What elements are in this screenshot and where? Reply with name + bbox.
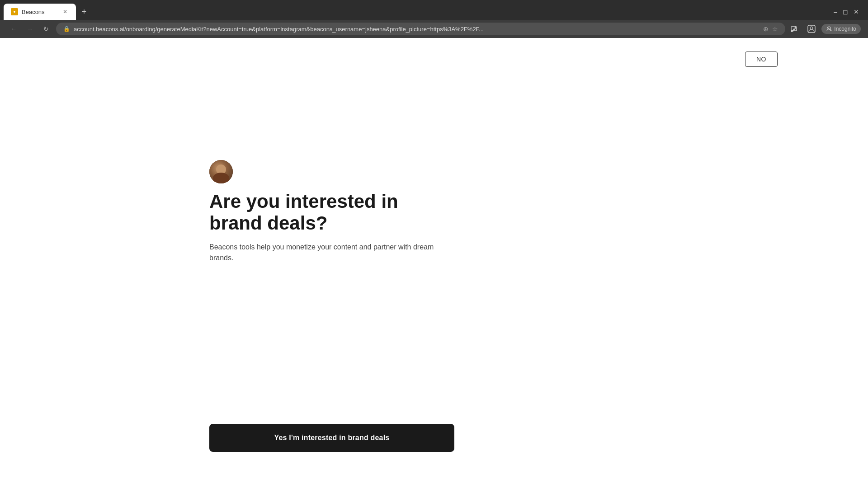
tab-bar: Beacons ✕ + – ◻ ✕ xyxy=(0,0,868,20)
back-button[interactable]: ← xyxy=(7,23,20,35)
window-controls: – ◻ ✕ xyxy=(834,8,864,15)
cta-button[interactable]: Yes I'm interested in brand deals xyxy=(209,424,454,452)
browser-right-icons: Incognito xyxy=(789,23,861,35)
minimize-button[interactable]: – xyxy=(834,8,837,15)
cta-container: Yes I'm interested in brand deals xyxy=(209,424,454,452)
address-bar[interactable]: 🔒 account.beacons.ai/onboarding/generate… xyxy=(56,23,785,35)
svg-point-3 xyxy=(791,31,792,33)
profile-button[interactable] xyxy=(805,23,818,35)
cast-button[interactable] xyxy=(789,23,802,35)
browser-chrome: Beacons ✕ + – ◻ ✕ ← → ↻ 🔒 account.beacon… xyxy=(0,0,868,38)
lock-icon: 🔒 xyxy=(63,26,70,32)
svg-point-5 xyxy=(810,27,813,29)
tab-close-button[interactable]: ✕ xyxy=(61,8,69,15)
restore-button[interactable]: ◻ xyxy=(843,8,848,15)
address-text: account.beacons.ai/onboarding/generateMe… xyxy=(74,26,760,33)
svg-point-1 xyxy=(14,11,15,13)
incognito-label: Incognito xyxy=(834,26,856,32)
forward-button[interactable]: → xyxy=(24,23,36,35)
no-button[interactable]: NO xyxy=(745,52,778,67)
tab-title: Beacons xyxy=(22,9,58,15)
close-window-button[interactable]: ✕ xyxy=(854,8,859,15)
user-avatar xyxy=(209,160,233,183)
avatar-image xyxy=(209,160,233,183)
main-description: Beacons tools help you monetize your con… xyxy=(209,242,444,263)
bookmark-icon[interactable]: ☆ xyxy=(772,25,778,33)
main-content: Are you interested in brand deals? Beaco… xyxy=(209,160,453,263)
no-button-container: NO xyxy=(745,52,778,67)
new-tab-button[interactable]: + xyxy=(78,5,90,18)
tab-favicon xyxy=(11,8,18,15)
main-heading: Are you interested in brand deals? xyxy=(209,191,453,235)
address-bar-row: ← → ↻ 🔒 account.beacons.ai/onboarding/ge… xyxy=(0,20,868,38)
incognito-badge: Incognito xyxy=(821,24,861,34)
reload-button[interactable]: ↻ xyxy=(40,23,52,35)
active-tab[interactable]: Beacons ✕ xyxy=(4,4,76,20)
address-bar-icons: ⊕ ☆ xyxy=(763,25,778,33)
extension-icon[interactable]: ⊕ xyxy=(763,25,769,33)
page-content: NO Are you interested in brand deals? Be… xyxy=(0,38,868,488)
